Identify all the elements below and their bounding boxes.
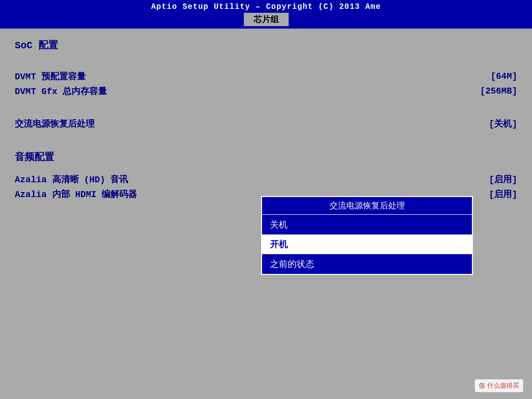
- dvmt-total-row[interactable]: DVMT Gfx 总内存容量 [256MB]: [15, 85, 517, 97]
- dropdown-item-2[interactable]: 之前的状态: [262, 254, 472, 274]
- title-bar: Aptio Setup Utility – Copyright (C) 2013…: [0, 0, 532, 29]
- main-content: SoC 配置 DVMT 预配置容量 [64M] DVMT Gfx 总内存容量 […: [0, 29, 532, 399]
- azalia-hd-value: [启用]: [489, 173, 517, 185]
- title-text: Aptio Setup Utility – Copyright (C) 2013…: [151, 2, 381, 11]
- dvmt-pre-alloc-value: [64M]: [491, 71, 517, 81]
- section-title: SoC 配置: [15, 38, 517, 52]
- settings-table: DVMT 预配置容量 [64M] DVMT Gfx 总内存容量 [256MB]: [15, 70, 517, 97]
- azalia-hd-label: Azalia 高清晰 (HD) 音讯: [15, 173, 128, 185]
- azalia-hdmi-value: [启用]: [489, 188, 517, 200]
- azalia-hd-row[interactable]: Azalia 高清晰 (HD) 音讯 [启用]: [15, 173, 517, 185]
- watermark: 值 什么值得买: [475, 379, 523, 392]
- dvmt-total-value: [256MB]: [480, 86, 517, 96]
- dvmt-pre-alloc-row[interactable]: DVMT 预配置容量 [64M]: [15, 70, 517, 82]
- azalia-hdmi-label: Azalia 内部 HDMI 编解码器: [15, 188, 137, 200]
- dropdown-popup[interactable]: 交流电源恢复后处理 关机 开机 之前的状态: [261, 196, 473, 275]
- dropdown-item-1[interactable]: 开机: [262, 234, 472, 254]
- bios-screen: Aptio Setup Utility – Copyright (C) 2013…: [0, 0, 532, 399]
- audio-section-title: 音频配置: [15, 150, 517, 164]
- ac-power-value: [关机]: [489, 118, 517, 130]
- ac-power-row[interactable]: 交流电源恢复后处理 [关机]: [15, 118, 517, 130]
- dropdown-item-0[interactable]: 关机: [262, 215, 472, 234]
- ac-power-label: 交流电源恢复后处理: [15, 118, 95, 130]
- tab-label[interactable]: 芯片组: [244, 13, 289, 26]
- dropdown-title: 交流电源恢复后处理: [262, 197, 472, 215]
- dvmt-pre-alloc-label: DVMT 预配置容量: [15, 70, 86, 82]
- dvmt-total-label: DVMT Gfx 总内存容量: [15, 85, 107, 97]
